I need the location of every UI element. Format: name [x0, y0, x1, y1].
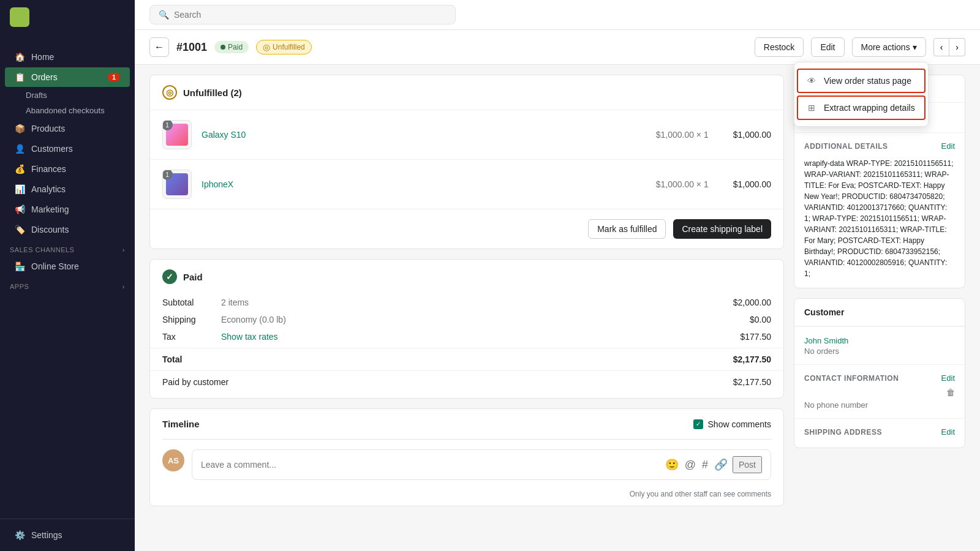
contact-edit-link[interactable]: Edit [941, 373, 955, 383]
sidebar-item-label: Analytics [31, 184, 66, 194]
emoji-icon[interactable]: 🙂 [665, 458, 679, 471]
search-input[interactable] [174, 10, 447, 20]
unfulfilled-card: ◎ Unfulfilled (2) 1 Galaxy S10 $1,000.00… [149, 75, 784, 249]
sidebar: 🏠 Home 📋 Orders 1 Drafts Abandoned check… [0, 0, 135, 551]
galaxy-product-total: $1,000.00 [733, 130, 771, 140]
customers-icon: 👤 [15, 144, 25, 154]
shipping-label: Shipping [162, 315, 211, 324]
additional-details-edit[interactable]: Edit [941, 141, 955, 151]
sidebar-item-online-store[interactable]: 🏪 Online Store [5, 257, 130, 276]
edit-button[interactable]: Edit [811, 37, 844, 57]
sidebar-item-marketing[interactable]: 📢 Marketing [5, 200, 130, 219]
payment-paid-by-row: Paid by customer $2,177.50 [150, 370, 783, 391]
sidebar-item-finances[interactable]: 💰 Finances [5, 159, 130, 179]
orders-badge: 1 [108, 73, 120, 81]
sidebar-sub-drafts[interactable]: Drafts [0, 88, 135, 103]
prev-order-button[interactable]: ‹ [933, 38, 950, 56]
more-actions-dropdown: 👁 View order status page ⊞ Extract wrapp… [794, 62, 929, 127]
show-comments-toggle[interactable]: ✓ Show comments [693, 419, 771, 429]
sidebar-bottom: ⚙️ Settings [0, 519, 135, 551]
comment-actions: 🙂 @ # 🔗 [665, 458, 728, 471]
unfulfilled-badge: ◎ Unfulfilled [256, 40, 312, 54]
timeline-card: Timeline ✓ Show comments AS 🙂 [149, 408, 784, 506]
show-comments-checkbox[interactable]: ✓ [693, 419, 703, 429]
view-order-status-item[interactable]: 👁 View order status page [797, 69, 925, 93]
sales-channels-arrow: › [123, 246, 125, 253]
mention-icon[interactable]: @ [685, 459, 696, 471]
unfulfilled-section-icon: ◎ [162, 85, 177, 100]
galaxy-product-link[interactable]: Galaxy S10 [202, 130, 246, 140]
post-button[interactable]: Post [733, 456, 762, 473]
sidebar-item-label: Marketing [31, 204, 69, 214]
sidebar-item-analytics[interactable]: 📊 Analytics [5, 179, 130, 199]
payment-shipping-row: Shipping Economy (0.0 lb) $0.00 [150, 311, 783, 328]
search-bar[interactable]: 🔍 [149, 5, 456, 24]
orders-icon: 📋 [15, 72, 25, 82]
discounts-icon: 🏷️ [15, 225, 25, 234]
timeline-header: Timeline ✓ Show comments [150, 409, 783, 439]
shipping-address-header: SHIPPING ADDRESS Edit [804, 427, 955, 437]
shipping-edit-link[interactable]: Edit [941, 427, 955, 437]
side-column: Notes No notes from customer ADDITIONAL … [794, 75, 965, 541]
more-actions-button[interactable]: More actions ▾ [852, 37, 926, 57]
sidebar-item-orders[interactable]: 📋 Orders 1 [5, 67, 130, 87]
shipping-value: $0.00 [750, 315, 771, 324]
products-icon: 📦 [15, 124, 25, 133]
settings-item[interactable]: ⚙️ Settings [10, 527, 125, 544]
page-header: ← #1001 Paid ◎ Unfulfilled Restock Edit … [135, 30, 980, 65]
iphone-product-link[interactable]: IphoneX [202, 179, 233, 189]
sidebar-item-label: Orders [31, 72, 58, 82]
topbar: 🔍 [135, 0, 980, 30]
hashtag-icon[interactable]: # [702, 459, 708, 471]
trash-icon[interactable]: 🗑 [946, 388, 955, 397]
sidebar-sub-abandoned[interactable]: Abandoned checkouts [0, 103, 135, 118]
paid-dot [221, 45, 225, 50]
back-button[interactable]: ← [149, 37, 169, 57]
analytics-icon: 📊 [15, 184, 25, 194]
paid-badge: Paid [214, 41, 249, 53]
main-content: 🔍 ← #1001 Paid ◎ Unfulfilled Restock [135, 0, 980, 551]
home-icon: 🏠 [15, 52, 25, 62]
sidebar-item-label: Products [31, 124, 65, 133]
galaxy-product-price: $1,000.00 × 1 [656, 130, 709, 140]
paid-title: ✓ Paid [150, 260, 783, 294]
apps-section[interactable]: Apps › [0, 277, 135, 293]
comment-row: AS 🙂 @ # 🔗 Post [150, 440, 783, 490]
customer-name-link[interactable]: John Smidth [804, 336, 848, 345]
shipping-address-section: SHIPPING ADDRESS Edit [794, 418, 965, 448]
shipping-desc: Economy (0.0 lb) [221, 315, 750, 324]
comment-input[interactable] [201, 460, 660, 470]
sidebar-item-customers[interactable]: 👤 Customers [5, 139, 130, 159]
attachment-icon[interactable]: 🔗 [714, 458, 728, 471]
apps-arrow: › [123, 283, 125, 290]
settings-icon: ⚙️ [15, 530, 25, 540]
subtotal-desc: 2 items [221, 298, 733, 307]
sales-channels-section[interactable]: Sales channels › [0, 240, 135, 256]
additional-details-header: ADDITIONAL DETAILS Edit [794, 132, 965, 153]
unfulfilled-title: ◎ Unfulfilled (2) [150, 75, 783, 110]
show-tax-link[interactable]: Show tax rates [221, 332, 740, 342]
fulfillment-actions: Mark as fulfilled Create shipping label [150, 209, 783, 249]
extract-wrapping-item[interactable]: ⊞ Extract wrapping details [797, 96, 925, 120]
subtotal-value: $2,000.00 [733, 298, 771, 307]
iphone-product-total: $1,000.00 [733, 179, 771, 189]
restock-button[interactable]: Restock [755, 37, 804, 57]
sidebar-item-home[interactable]: 🏠 Home [5, 47, 130, 67]
sidebar-item-label: Customers [31, 144, 73, 154]
create-shipping-button[interactable]: Create shipping label [673, 219, 771, 239]
sidebar-item-label: Home [31, 52, 54, 62]
payment-tax-row: Tax Show tax rates $177.50 [150, 328, 783, 345]
payment-card: ✓ Paid Subtotal 2 items $2,000.00 Shippi… [149, 259, 784, 399]
contact-info-header: CONTACT INFORMATION Edit [804, 373, 955, 383]
comment-note: Only you and other staff can see comment… [150, 490, 783, 506]
sidebar-item-products[interactable]: 📦 Products [5, 119, 130, 138]
finances-icon: 💰 [15, 164, 25, 174]
iphone-product-price: $1,000.00 × 1 [656, 179, 709, 189]
customer-info: John Smidth No orders [794, 326, 965, 364]
sidebar-item-discounts[interactable]: 🏷️ Discounts [5, 220, 130, 239]
iphone-product-image: 1 [162, 170, 192, 199]
unfulfilled-icon-inline: ◎ [263, 42, 270, 52]
galaxy-product-image: 1 [162, 120, 192, 149]
next-order-button[interactable]: › [949, 38, 965, 56]
mark-fulfilled-button[interactable]: Mark as fulfilled [588, 219, 666, 239]
